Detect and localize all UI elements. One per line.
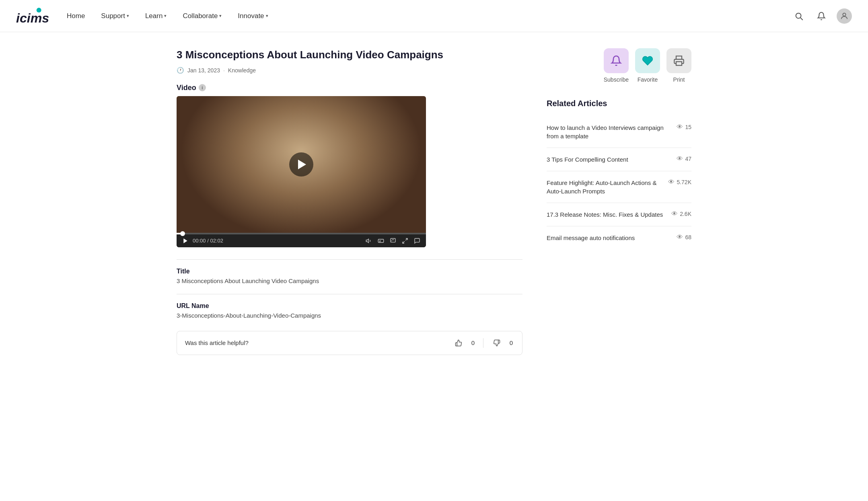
favorite-icon-box <box>635 48 660 73</box>
svg-line-3 <box>800 18 802 20</box>
subscribe-icon-box <box>604 48 629 73</box>
subscribe-label: Subscribe <box>604 76 629 83</box>
svg-marker-5 <box>183 238 187 243</box>
volume-button[interactable] <box>366 238 372 244</box>
video-control-icons <box>366 238 420 244</box>
thumbs-down-count: 0 <box>508 339 514 346</box>
fullscreen-button[interactable] <box>402 238 408 244</box>
video-section-header: Video i <box>177 84 522 92</box>
eye-icon-4: 👁 <box>677 234 683 241</box>
nav-support[interactable]: Support ▾ <box>95 9 136 23</box>
video-info-icon[interactable]: i <box>199 84 206 91</box>
feedback-bar: Was this article helpful? 0 0 <box>177 331 522 355</box>
play-icon <box>298 160 306 169</box>
title-field-value: 3 Misconceptions About Launching Video C… <box>177 277 522 284</box>
related-item-1[interactable]: 3 Tips For Compelling Content 👁 47 <box>547 148 691 171</box>
article-date: Jan 13, 2023 <box>187 67 220 74</box>
related-item-text-2: Feature Highlight: Auto-Launch Actions &… <box>547 179 663 195</box>
thumbs-down-button[interactable] <box>491 338 503 348</box>
svg-point-4 <box>843 13 845 16</box>
divider-1 <box>177 259 522 260</box>
favorite-label: Favorite <box>638 76 658 83</box>
svg-rect-10 <box>391 238 395 242</box>
video-progress-bar[interactable] <box>177 233 426 234</box>
action-buttons: Subscribe Favorite Print <box>547 48 691 83</box>
url-name-value: 3-Misconceptions-About-Launching-Video-C… <box>177 312 522 319</box>
nav-links: Home Support ▾ Learn ▾ Collaborate ▾ Inn… <box>60 9 792 23</box>
eye-icon-2: 👁 <box>668 179 675 186</box>
video-player[interactable]: 00:00 / 02:02 <box>177 96 426 247</box>
user-avatar[interactable] <box>837 8 852 24</box>
subscribe-button[interactable]: Subscribe <box>604 48 629 83</box>
eye-icon-0: 👁 <box>677 123 683 131</box>
nav-home[interactable]: Home <box>60 9 91 23</box>
svg-line-14 <box>403 241 405 243</box>
meta-separator: · <box>223 67 225 74</box>
feedback-question: Was this article helpful? <box>185 339 447 346</box>
video-controls: 00:00 / 02:02 <box>177 234 426 247</box>
related-item-0[interactable]: How to launch a Video Interviews campaig… <box>547 116 691 148</box>
nav-right <box>792 8 852 24</box>
clock-icon: 🕐 <box>177 67 184 74</box>
right-sidebar: Subscribe Favorite Print <box>547 48 691 355</box>
related-item-text-0: How to launch a Video Interviews campaig… <box>547 123 672 140</box>
play-button[interactable] <box>289 152 313 177</box>
article-content: 3 Misconceptions About Launching Video C… <box>177 48 522 355</box>
vote-divider <box>483 338 483 348</box>
url-name-label: URL Name <box>177 302 522 310</box>
video-play-pause-button[interactable] <box>182 238 189 244</box>
thumbs-up-button[interactable] <box>453 338 465 348</box>
svg-line-13 <box>405 238 407 240</box>
related-item-views-2: 👁 5.72K <box>668 179 691 186</box>
eye-icon-3: 👁 <box>671 210 678 218</box>
related-articles: Related Articles How to launch a Video I… <box>547 99 691 249</box>
support-chevron-icon: ▾ <box>127 13 129 18</box>
article-title: 3 Misconceptions About Launching Video C… <box>177 48 522 62</box>
thumbs-up-count: 0 <box>470 339 476 346</box>
eye-icon-1: 👁 <box>677 155 683 162</box>
nav-collaborate[interactable]: Collaborate ▾ <box>176 9 228 23</box>
comments-button[interactable] <box>414 238 420 244</box>
print-button[interactable]: Print <box>666 48 691 83</box>
collaborate-chevron-icon: ▾ <box>219 13 222 18</box>
article-category: Knowledge <box>228 67 256 74</box>
svg-text:icims: icims <box>16 10 49 25</box>
video-thumbnail <box>177 96 426 233</box>
video-progress-dot <box>180 231 185 236</box>
captions-button[interactable] <box>378 238 384 244</box>
innovate-chevron-icon: ▾ <box>266 13 268 18</box>
related-item-views-3: 👁 2.6K <box>671 210 691 218</box>
related-item-2[interactable]: Feature Highlight: Auto-Launch Actions &… <box>547 171 691 203</box>
svg-marker-6 <box>366 239 368 242</box>
favorite-button[interactable]: Favorite <box>635 48 660 83</box>
nav-learn[interactable]: Learn ▾ <box>139 9 173 23</box>
related-item-text-3: 17.3 Release Notes: Misc. Fixes & Update… <box>547 210 666 219</box>
article-meta: 🕐 Jan 13, 2023 · Knowledge <box>177 67 522 74</box>
related-item-text-1: 3 Tips For Compelling Content <box>547 155 672 164</box>
related-item-text-4: Email message auto notifications <box>547 234 672 242</box>
video-time: 00:00 / 02:02 <box>193 238 223 244</box>
url-name-field: URL Name 3-Misconceptions-About-Launchin… <box>177 302 522 319</box>
related-item-4[interactable]: Email message auto notifications 👁 68 <box>547 226 691 249</box>
related-articles-title: Related Articles <box>547 99 691 108</box>
divider-2 <box>177 294 522 294</box>
svg-rect-15 <box>676 62 682 65</box>
related-item-views-1: 👁 47 <box>677 155 691 162</box>
notifications-button[interactable] <box>814 9 829 23</box>
logo[interactable]: icims <box>16 6 60 26</box>
related-item-views-0: 👁 15 <box>677 123 691 131</box>
search-button[interactable] <box>792 9 806 23</box>
title-field: Title 3 Misconceptions About Launching V… <box>177 268 522 284</box>
main-container: 3 Misconceptions About Launching Video C… <box>152 32 716 371</box>
title-field-label: Title <box>177 268 522 275</box>
settings-button[interactable] <box>390 238 396 244</box>
nav-innovate[interactable]: Innovate ▾ <box>231 9 274 23</box>
navbar: icims Home Support ▾ Learn ▾ Collaborate… <box>0 0 868 32</box>
print-label: Print <box>673 76 685 83</box>
related-item-3[interactable]: 17.3 Release Notes: Misc. Fixes & Update… <box>547 203 691 226</box>
related-item-views-4: 👁 68 <box>677 234 691 241</box>
learn-chevron-icon: ▾ <box>164 13 167 18</box>
print-icon-box <box>666 48 691 73</box>
